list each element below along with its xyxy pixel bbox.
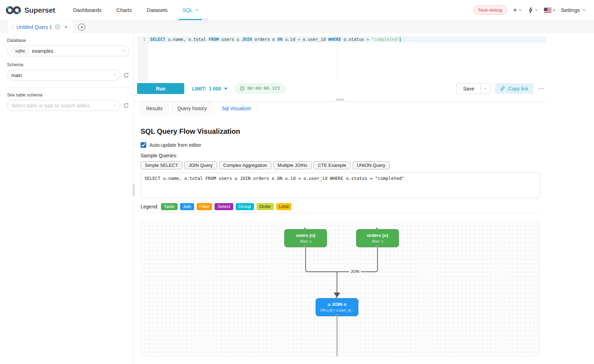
sample-queries-label: Sample Queries: <box>141 153 540 158</box>
clock-icon <box>240 86 245 91</box>
chevron-down-icon <box>113 104 116 107</box>
node-handle[interactable] <box>376 245 378 247</box>
new-item-button[interactable]: + <box>513 7 522 13</box>
copy-link-button[interactable]: Copy link <box>495 83 533 94</box>
legend-badge-group: Group <box>236 203 254 210</box>
editor-toolbar: Run LIMIT: 1 000 00:00:00.372 Save <box>137 83 546 94</box>
schema-label: Schema <box>7 62 129 67</box>
auto-update-row: Auto-update from editor <box>141 142 540 148</box>
chevron-down-icon <box>122 49 125 52</box>
caret-down-icon: ▾ <box>553 8 555 12</box>
tab-sql-visualizer[interactable]: Sql Visualizer <box>215 102 258 115</box>
schema-select[interactable]: main <box>7 70 120 81</box>
sql-code-line: SELECT u.name, o.total FROM users u JOIN… <box>150 37 401 42</box>
node-handle[interactable] <box>335 296 338 299</box>
text-cursor <box>400 37 401 42</box>
node-handle[interactable] <box>304 245 306 247</box>
nav-item-dashboards[interactable]: Dashboards <box>66 0 109 20</box>
nav-item-datasets[interactable]: Datasets <box>140 0 175 20</box>
legend-badge-filter: Filter <box>197 203 212 210</box>
query-tabbar: Untitled Query 1 ✕ + <box>0 20 594 33</box>
legend-badge-order: Order <box>256 203 274 210</box>
sidebar-divider <box>7 87 129 88</box>
line-number: 1 <box>143 37 146 42</box>
drag-grip-icon[interactable] <box>12 25 14 29</box>
flow-node-users[interactable]: users (u) Alias: u <box>284 229 327 247</box>
result-tabs: Results Query history Sql Visualizer <box>140 102 594 115</box>
flow-edges <box>141 222 540 357</box>
brand-name: Superset <box>24 6 55 14</box>
node-handle[interactable] <box>335 314 338 316</box>
chevron-down-icon <box>582 8 586 12</box>
query-tab-untitled[interactable]: Untitled Query 1 ✕ <box>8 20 73 33</box>
query-search-button[interactable] <box>528 7 538 13</box>
nav-item-sql[interactable]: SQL <box>175 0 206 20</box>
legend-badge-limit: Limit <box>276 203 291 210</box>
sql-editor[interactable]: 1 SELECT u.name, o.total FROM users u JO… <box>137 36 546 81</box>
chevron-down-icon <box>484 87 487 90</box>
node-handle[interactable] <box>376 227 378 230</box>
panel-divider <box>141 213 540 213</box>
schema-select-value: main <box>11 73 110 78</box>
auto-update-checkbox[interactable] <box>141 142 146 148</box>
nav-item-charts[interactable]: Charts <box>109 0 139 20</box>
us-flag-icon <box>544 8 551 13</box>
pane-divider <box>134 101 546 102</box>
navbar: Superset Dashboards Charts Datasets SQL … <box>0 0 594 20</box>
tab-query-history[interactable]: Query history <box>171 102 213 115</box>
flow-canvas[interactable]: users (u) Alias: u orders (o) Alias: o u… <box>141 221 540 357</box>
sample-union-query-button[interactable]: UNION Query <box>353 161 390 169</box>
save-button[interactable]: Save <box>457 83 480 94</box>
legend-row: Legend: Table Join Filter Select Group O… <box>141 203 540 210</box>
query-tab-label: Untitled Query 1 <box>17 24 52 30</box>
node-handle[interactable] <box>304 227 306 230</box>
database-select[interactable]: sqlite examples <box>7 45 129 56</box>
more-actions-button[interactable]: ··· <box>537 86 546 92</box>
settings-menu[interactable]: Settings <box>561 7 586 13</box>
chevron-down-icon <box>535 8 538 12</box>
run-button[interactable]: Run <box>137 83 184 94</box>
sidebar-resize-handle[interactable] <box>133 184 135 196</box>
chevron-down-icon <box>519 8 522 12</box>
sqllab-sidebar: Database sqlite examples Schema main <box>0 33 134 364</box>
visualizer-panel: SQL Query Flow Visualization Auto-update… <box>134 115 594 357</box>
language-picker[interactable]: ▾ <box>544 8 555 13</box>
table-schema-label: See table schema <box>7 93 129 98</box>
save-dropdown-button[interactable] <box>480 83 490 94</box>
database-engine-badge: sqlite <box>11 48 29 55</box>
legend-badge-select: Select <box>215 203 233 210</box>
sql-input-textarea[interactable]: SELECT u.name, o.total FROM users u JOIN… <box>141 172 540 198</box>
chevron-down-icon <box>195 8 198 12</box>
plus-icon: + <box>513 7 517 13</box>
sample-join-query-button[interactable]: JOIN Query <box>184 161 217 169</box>
tab-results[interactable]: Results <box>140 102 169 115</box>
query-timer: 00:00:00.372 <box>235 84 285 93</box>
lightning-icon <box>528 7 533 13</box>
sample-multiple-joins-button[interactable]: Multiple JOINs <box>273 161 312 169</box>
legend-label: Legend: <box>141 204 159 209</box>
new-query-tab-button[interactable]: + <box>78 24 85 31</box>
pane-resize-handle[interactable] <box>336 99 344 101</box>
flow-node-orders[interactable]: orders (o) Alias: o <box>356 229 399 247</box>
edge-label-join: JOIN <box>349 269 361 274</box>
sample-complex-aggregation-button[interactable]: Complex Aggregation <box>219 161 271 169</box>
refresh-icon[interactable] <box>123 102 129 109</box>
database-select-value: examples <box>32 48 119 54</box>
table-select-placeholder: Select table or type to search tables <box>11 103 110 108</box>
superset-logo[interactable]: Superset <box>6 5 55 15</box>
superset-logo-icon <box>6 5 21 15</box>
navbar-right: flask-debug + <box>474 6 586 14</box>
close-icon[interactable]: ✕ <box>63 24 69 30</box>
legend-badge-join: Join <box>180 203 194 210</box>
limit-dropdown[interactable]: LIMIT: 1 000 <box>192 86 228 92</box>
caret-down-icon <box>224 88 228 90</box>
refresh-icon[interactable] <box>123 72 129 79</box>
nav-menu: Dashboards Charts Datasets SQL <box>66 0 205 20</box>
sample-cte-example-button[interactable]: CTE Example <box>314 161 350 169</box>
page-title: SQL Query Flow Visualization <box>141 127 540 136</box>
sample-simple-select-button[interactable]: Simple SELECT <box>141 161 182 169</box>
flow-node-join[interactable]: u JOIN o ON u.id = o.user_id... <box>316 298 358 316</box>
table-select[interactable]: Select table or type to search tables <box>7 100 120 111</box>
editor-gutter: 1 <box>137 36 148 81</box>
sqllab-content: 1 SELECT u.name, o.total FROM users u JO… <box>134 33 594 364</box>
